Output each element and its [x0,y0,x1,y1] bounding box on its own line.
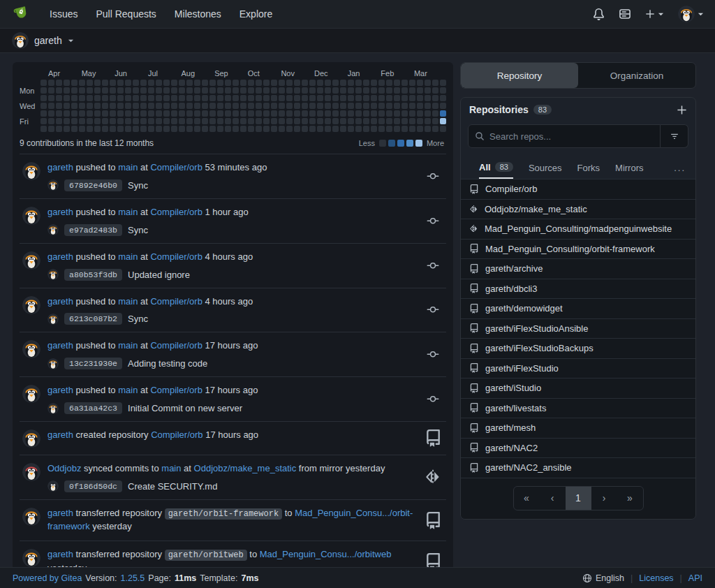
repo-row[interactable]: gareth/NAC2_ansible [461,457,695,478]
feed-link[interactable]: gareth [47,385,73,395]
feed-link[interactable]: Compiler/orb [150,296,202,307]
page-button-1[interactable]: 1 [566,487,591,510]
heatmap-cell [325,110,331,117]
commit-hash-chip[interactable]: 6213c087b2 [64,313,122,325]
actor-avatar[interactable] [22,463,40,481]
heatmap-cell [209,80,216,86]
heatmap-cell [156,87,162,94]
feed-link[interactable]: Compiler/orb [150,385,202,395]
commit-hash-chip[interactable]: 13c231930e [64,358,122,369]
repo-row[interactable]: gareth/iStudio [461,378,695,398]
feed-link[interactable]: main [118,162,138,172]
admin-panel-icon[interactable] [619,8,631,20]
notifications-bell-icon[interactable] [593,8,605,20]
repo-row[interactable]: gareth/mesh [461,418,695,438]
actor-avatar[interactable] [22,429,40,448]
repo-row[interactable]: Oddjobz/make_me_static [461,199,695,219]
heatmap-grid [40,80,446,132]
repo-filter-all[interactable]: All83 [479,156,513,179]
repo-row[interactable]: gareth/livestats [461,398,695,418]
feed-link[interactable]: Compiler/orb [150,251,202,262]
actor-avatar[interactable] [22,385,40,403]
repo-row[interactable]: gareth/iFlexStudio [461,358,695,378]
repo-row[interactable]: Mad_Penguin_Consulting/orbit-framework [461,239,695,259]
repo-row[interactable]: gareth/iFlexStudioBackups [461,338,695,358]
commit-hash-chip[interactable]: 0f186d50dc [64,480,122,492]
feed-link[interactable]: Compiler/orb [151,429,202,440]
nav-link-explore[interactable]: Explore [230,0,281,29]
feed-link[interactable]: Oddjobz/make_me_static [194,463,297,473]
repo-row[interactable]: gareth/iFlexStudioAnsible [461,318,695,339]
repo-filter-forks[interactable]: Forks [577,156,600,179]
heatmap-month-label: Jun [115,69,127,78]
actor-avatar[interactable] [22,251,40,270]
actor-avatar[interactable] [22,296,40,314]
nav-link-issues[interactable]: Issues [40,0,87,29]
repo-search-input[interactable] [489,131,654,142]
feed-link[interactable]: main [118,340,138,351]
feed-link[interactable]: gareth [47,549,73,559]
create-new-button[interactable] [645,9,664,19]
repo-row[interactable]: gareth/demowidget [461,298,695,318]
feed-link[interactable]: Compiler/orb [150,162,202,172]
more-filters-button[interactable]: ... [674,163,686,173]
feed-link[interactable]: gareth [47,340,73,351]
sidebar-tab-repository[interactable]: Repository [461,63,578,88]
nav-link-pull-requests[interactable]: Pull Requests [87,0,165,29]
feed-link[interactable]: main [118,296,138,307]
feed-link[interactable]: gareth [47,251,73,262]
repo-search-row [461,122,695,155]
commit-hash-chip[interactable]: 6a31aa42c3 [64,402,122,414]
commit-hash-chip[interactable]: a80b53f3db [64,269,122,281]
feed-link[interactable]: gareth [47,296,73,307]
heatmap-cell [56,87,62,94]
chevron-down-icon[interactable] [68,38,74,44]
sidebar-tab-organization[interactable]: Organization [578,63,695,88]
actor-avatar[interactable] [22,508,40,526]
repo-row[interactable]: gareth/archive [461,258,695,279]
repo-filter-mirrors[interactable]: Mirrors [615,156,643,179]
language-selector[interactable]: English [582,573,624,583]
user-menu-button[interactable] [678,6,704,22]
context-username[interactable]: gareth [34,35,62,46]
api-link[interactable]: API [688,573,702,583]
actor-avatar[interactable] [22,340,40,358]
heatmap-cell [140,126,147,132]
repo-row[interactable]: Compiler/orb [461,179,695,199]
feed-headline: gareth pushed to main at Compiler/orb 4 … [47,295,415,309]
feed-link[interactable]: gareth [47,508,73,518]
powered-by-link[interactable]: Powered by Gitea [13,573,82,583]
commit-hash-chip[interactable]: 67892e46b0 [64,179,122,191]
actor-avatar[interactable] [22,162,40,180]
heatmap-cell [163,95,170,101]
feed-link[interactable]: main [118,207,138,217]
add-repository-button[interactable] [677,105,687,115]
feed-link[interactable]: Mad_Penguin_Consu.../orbitweb [260,549,392,559]
licenses-link[interactable]: Licenses [639,573,673,583]
repo-row[interactable]: gareth/NAC2 [461,438,695,458]
actor-avatar[interactable] [22,207,40,225]
repo-filter-sources[interactable]: Sources [529,156,562,179]
feed-link[interactable]: Compiler/orb [150,340,202,351]
actor-avatar[interactable] [22,549,40,567]
repo-row[interactable]: Mad_Penguin_Consulting/madpenguinwebsite [461,219,695,239]
nav-link-milestones[interactable]: Milestones [165,0,230,29]
gitea-logo-icon[interactable] [11,4,31,24]
repo-filter-button[interactable] [661,124,688,148]
feed-link[interactable]: Oddjobz [47,463,81,473]
commit-hash-chip[interactable]: e97ad2483b [64,224,122,236]
heatmap-cell [87,95,93,101]
version-link[interactable]: 1.25.5 [121,573,145,583]
repo-row[interactable]: gareth/dbcli3 [461,279,695,299]
feed-link[interactable]: Compiler/orb [150,207,202,217]
feed-link[interactable]: main [161,463,181,473]
feed-link[interactable]: main [118,251,138,262]
heatmap-cell [432,103,438,109]
feed-link[interactable]: main [118,385,138,395]
feed-link[interactable]: gareth [47,162,73,172]
user-avatar [678,6,695,22]
repo-name: gareth/NAC2 [485,443,538,453]
feed-link[interactable]: gareth [47,207,73,217]
commit-message: Sync [128,314,148,324]
feed-link[interactable]: gareth [47,429,73,440]
